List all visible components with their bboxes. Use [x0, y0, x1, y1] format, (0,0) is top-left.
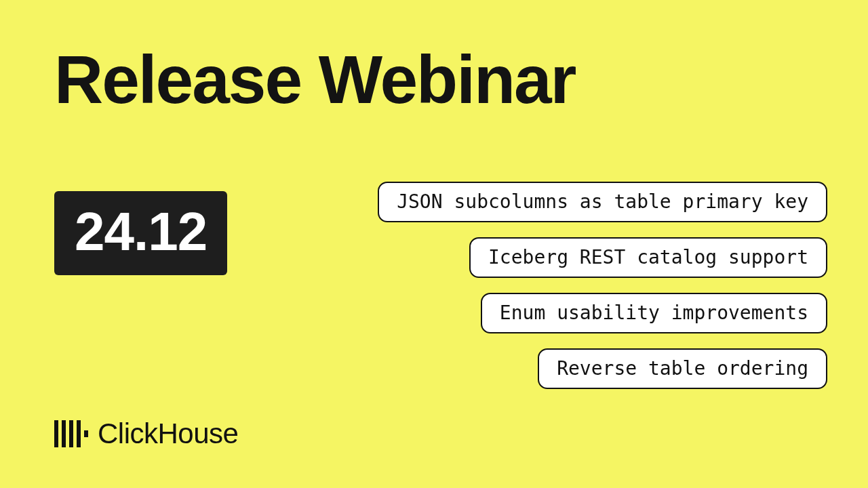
feature-pill: Iceberg REST catalog support	[469, 237, 827, 278]
brand: ClickHouse	[54, 418, 238, 450]
version-badge: 24.12	[54, 191, 227, 275]
brand-name: ClickHouse	[98, 418, 238, 450]
feature-pill: Enum usability improvements	[481, 293, 827, 333]
feature-list: JSON subcolumns as table primary key Ice…	[378, 182, 827, 389]
feature-pill: Reverse table ordering	[538, 348, 827, 389]
clickhouse-logo-icon	[54, 420, 88, 447]
page-title: Release Webinar	[54, 41, 576, 119]
feature-pill: JSON subcolumns as table primary key	[378, 182, 827, 222]
